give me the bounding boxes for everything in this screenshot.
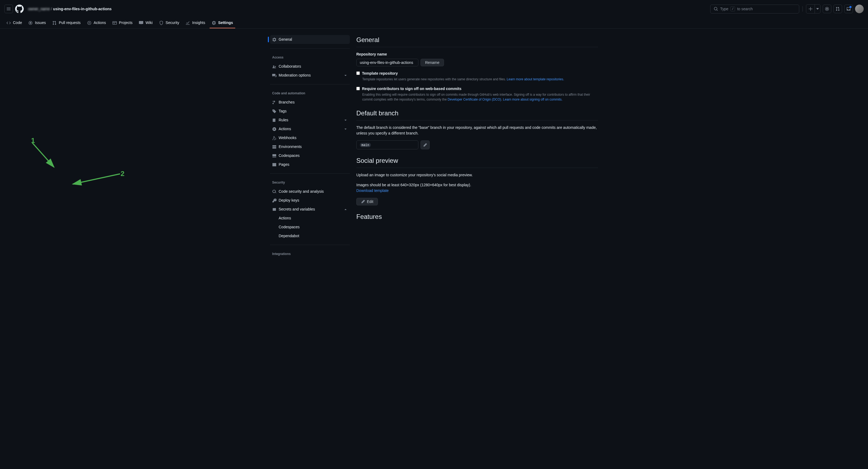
- annotation-1: 1: [31, 135, 35, 146]
- rename-button[interactable]: Rename: [421, 59, 444, 66]
- people-icon: [272, 64, 277, 69]
- search-icon: [714, 7, 718, 11]
- tab-code[interactable]: Code: [4, 18, 24, 28]
- triangle-down-icon: [816, 7, 819, 11]
- dco-link[interactable]: Developer Certificate of Origin (DCO): [447, 98, 501, 101]
- pulls-button[interactable]: [834, 5, 842, 13]
- notifications-button[interactable]: [844, 5, 853, 13]
- git-branch-icon: [272, 100, 277, 105]
- annotation-arrow-2: [69, 171, 125, 187]
- chevron-down-icon: [343, 127, 348, 131]
- sidebar-item-webhooks[interactable]: Webhooks: [270, 133, 350, 142]
- pencil-icon: [361, 199, 365, 204]
- tab-settings[interactable]: Settings: [210, 18, 235, 28]
- signoff-help: Enabling this setting will require contr…: [362, 92, 598, 102]
- default-branch-heading: Default branch: [356, 108, 598, 121]
- git-pull-request-icon: [836, 7, 840, 11]
- default-branch-value: main: [360, 143, 371, 147]
- tab-security[interactable]: Security: [157, 18, 182, 28]
- sidebar-item-branches[interactable]: Branches: [270, 98, 350, 107]
- sidebar-item-codespaces[interactable]: Codespaces: [270, 151, 350, 160]
- sidebar-heading-access: Access: [270, 53, 350, 62]
- sidebar-subitem-actions[interactable]: Actions: [270, 214, 350, 223]
- comment-discussion-icon: [272, 73, 277, 78]
- sidebar-subitem-codespaces[interactable]: Codespaces: [270, 223, 350, 232]
- table-icon: [113, 21, 117, 25]
- repo-nav: Code Issues Pull requests Actions Projec…: [0, 18, 868, 29]
- avatar[interactable]: [855, 5, 864, 13]
- play-icon: [272, 127, 277, 131]
- issue-opened-icon: [28, 21, 33, 25]
- repo-name-input[interactable]: [356, 59, 418, 66]
- edit-branch-button[interactable]: [421, 140, 430, 149]
- sidebar-item-secrets[interactable]: Secrets and variables: [270, 205, 350, 214]
- code-icon: [6, 21, 11, 25]
- repo-name-label: Repository name: [356, 52, 598, 57]
- template-checkbox[interactable]: [356, 71, 360, 75]
- download-template-link[interactable]: Download template: [356, 189, 389, 193]
- issues-button[interactable]: [823, 5, 831, 13]
- sidebar-item-environments[interactable]: Environments: [270, 142, 350, 151]
- repo-link[interactable]: using-env-files-in-github-actions: [53, 6, 112, 12]
- default-branch-box: main: [356, 140, 418, 149]
- sidebar-item-general[interactable]: General: [270, 35, 350, 44]
- settings-content: General Repository name Rename Template …: [356, 35, 598, 267]
- signoff-label: Require contributors to sign off on web-…: [362, 86, 462, 92]
- git-pull-request-icon: [52, 21, 57, 25]
- sidebar-item-moderation[interactable]: Moderation options: [270, 71, 350, 80]
- tab-issues[interactable]: Issues: [26, 18, 48, 28]
- github-logo[interactable]: [15, 5, 24, 13]
- default-branch-desc: The default branch is considered the "ba…: [356, 125, 598, 136]
- menu-button[interactable]: [4, 5, 13, 13]
- tab-projects[interactable]: Projects: [110, 18, 135, 28]
- tab-pulls[interactable]: Pull requests: [50, 18, 83, 28]
- chevron-down-icon: [343, 73, 348, 78]
- search-input[interactable]: Type / to search: [710, 5, 799, 13]
- breadcrumb: owner_name / using-env-files-in-github-a…: [28, 6, 112, 12]
- sidebar-item-collaborators[interactable]: Collaborators: [270, 62, 350, 71]
- social-desc1: Upload an image to customize your reposi…: [356, 172, 598, 178]
- annotation-arrow-1: [27, 137, 59, 172]
- sidebar-heading-integrations: Integrations: [270, 249, 350, 259]
- tab-actions[interactable]: Actions: [85, 18, 108, 28]
- tab-wiki[interactable]: Wiki: [137, 18, 155, 28]
- plus-button[interactable]: [806, 5, 815, 13]
- sidebar-item-actions[interactable]: Actions: [270, 125, 350, 133]
- sidebar-item-deploy-keys[interactable]: Deploy keys: [270, 196, 350, 205]
- sidebar-subitem-dependabot[interactable]: Dependabot: [270, 232, 350, 240]
- sidebar-item-tags[interactable]: Tags: [270, 107, 350, 115]
- tag-icon: [272, 109, 277, 113]
- codespaces-icon: [272, 154, 277, 158]
- svg-line-1: [73, 174, 120, 184]
- notification-indicator: [849, 6, 851, 8]
- breadcrumb-sep: /: [51, 6, 52, 12]
- pencil-icon: [423, 143, 427, 147]
- sidebar-heading-code-auto: Code and automation: [270, 89, 350, 98]
- menu-icon: [6, 7, 11, 11]
- social-preview-heading: Social preview: [356, 156, 598, 168]
- webhook-icon: [272, 136, 277, 140]
- template-label: Template repository: [362, 71, 398, 76]
- create-dropdown[interactable]: [815, 5, 820, 13]
- sidebar-item-code-security[interactable]: Code security and analysis: [270, 187, 350, 196]
- create-menu[interactable]: [806, 4, 820, 13]
- browser-icon: [272, 163, 277, 167]
- chevron-up-icon: [343, 207, 348, 211]
- owner-link[interactable]: owner_name: [28, 6, 50, 12]
- key-asterisk-icon: [272, 207, 277, 211]
- plus-icon: [808, 7, 813, 11]
- codescan-icon: [272, 190, 277, 194]
- template-learn-link[interactable]: Learn more about template repositories.: [507, 77, 564, 81]
- edit-social-button[interactable]: Edit: [356, 198, 378, 205]
- gear-icon: [212, 21, 216, 25]
- gear-icon: [272, 37, 277, 42]
- tab-insights[interactable]: Insights: [183, 18, 207, 28]
- search-shortcut: /: [731, 6, 735, 11]
- sidebar-item-pages[interactable]: Pages: [270, 160, 350, 169]
- signoff-checkbox[interactable]: [356, 87, 360, 90]
- annotation-2: 2: [121, 168, 124, 179]
- sidebar-item-rules[interactable]: Rules: [270, 115, 350, 125]
- search-suffix: to search: [737, 6, 753, 12]
- settings-sidebar: General Access Collaborators Moderation …: [270, 35, 350, 267]
- signoff-learn-link[interactable]: Learn more about signing off on commits.: [503, 98, 563, 101]
